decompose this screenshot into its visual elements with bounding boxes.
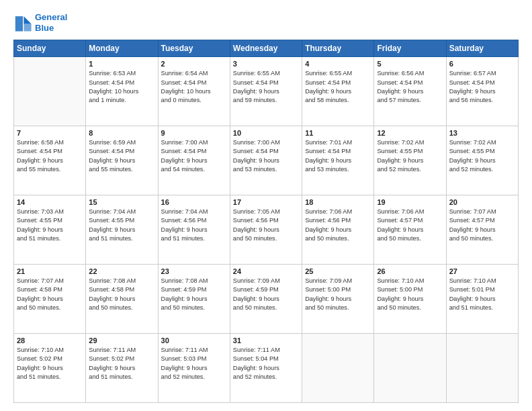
day-number: 5 (377, 60, 443, 68)
svg-marker-1 (24, 24, 31, 31)
day-info: Sunrise: 7:08 AM Sunset: 4:58 PM Dayligh… (89, 277, 154, 312)
day-info: Sunrise: 7:07 AM Sunset: 4:58 PM Dayligh… (17, 277, 83, 312)
calendar-cell: 17Sunrise: 7:05 AM Sunset: 4:56 PM Dayli… (230, 195, 302, 265)
calendar-cell: 27Sunrise: 7:10 AM Sunset: 5:01 PM Dayli… (446, 265, 518, 334)
day-info: Sunrise: 7:06 AM Sunset: 4:56 PM Dayligh… (305, 208, 371, 243)
day-number: 1 (89, 60, 154, 68)
header: General Blue (13, 12, 519, 33)
day-number: 25 (305, 267, 371, 275)
day-header-friday: Friday (374, 40, 446, 57)
day-number: 26 (377, 267, 443, 275)
day-number: 13 (449, 129, 515, 137)
day-info: Sunrise: 7:04 AM Sunset: 4:55 PM Dayligh… (89, 208, 154, 243)
calendar-cell: 26Sunrise: 7:10 AM Sunset: 5:00 PM Dayli… (374, 265, 446, 334)
day-number: 16 (161, 198, 227, 206)
calendar-cell: 13Sunrise: 7:02 AM Sunset: 4:55 PM Dayli… (446, 126, 518, 195)
calendar-header-row: SundayMondayTuesdayWednesdayThursdayFrid… (14, 40, 519, 57)
day-info: Sunrise: 7:03 AM Sunset: 4:55 PM Dayligh… (17, 208, 83, 243)
day-number: 28 (17, 336, 83, 345)
svg-marker-0 (24, 16, 31, 24)
svg-rect-2 (15, 16, 23, 31)
calendar-week-1: 1Sunrise: 6:53 AM Sunset: 4:54 PM Daylig… (14, 57, 519, 126)
day-number: 11 (305, 129, 371, 137)
day-info: Sunrise: 6:59 AM Sunset: 4:54 PM Dayligh… (89, 138, 154, 174)
calendar-cell: 30Sunrise: 7:11 AM Sunset: 5:03 PM Dayli… (158, 334, 230, 403)
day-info: Sunrise: 7:10 AM Sunset: 5:02 PM Dayligh… (17, 346, 83, 381)
logo-text: General Blue (35, 12, 67, 33)
day-info: Sunrise: 7:00 AM Sunset: 4:54 PM Dayligh… (233, 138, 299, 174)
day-info: Sunrise: 7:00 AM Sunset: 4:54 PM Dayligh… (161, 138, 227, 174)
calendar-cell (374, 334, 446, 403)
day-header-monday: Monday (86, 40, 158, 57)
day-number: 31 (233, 336, 299, 345)
calendar-cell: 3Sunrise: 6:55 AM Sunset: 4:54 PM Daylig… (230, 57, 302, 126)
day-info: Sunrise: 7:05 AM Sunset: 4:56 PM Dayligh… (233, 208, 299, 243)
day-header-sunday: Sunday (14, 40, 86, 57)
calendar-week-4: 21Sunrise: 7:07 AM Sunset: 4:58 PM Dayli… (14, 265, 519, 334)
calendar-week-3: 14Sunrise: 7:03 AM Sunset: 4:55 PM Dayli… (14, 195, 519, 265)
day-info: Sunrise: 6:56 AM Sunset: 4:54 PM Dayligh… (377, 69, 443, 105)
day-info: Sunrise: 6:57 AM Sunset: 4:54 PM Dayligh… (449, 69, 515, 105)
calendar-cell: 7Sunrise: 6:58 AM Sunset: 4:54 PM Daylig… (14, 126, 86, 195)
calendar-cell: 25Sunrise: 7:09 AM Sunset: 5:00 PM Dayli… (302, 265, 374, 334)
day-header-wednesday: Wednesday (230, 40, 302, 57)
day-number: 17 (233, 198, 299, 206)
day-info: Sunrise: 6:53 AM Sunset: 4:54 PM Dayligh… (89, 69, 154, 105)
day-number: 14 (17, 198, 83, 206)
calendar-cell: 21Sunrise: 7:07 AM Sunset: 4:58 PM Dayli… (14, 265, 86, 334)
day-number: 8 (89, 129, 154, 137)
day-info: Sunrise: 6:55 AM Sunset: 4:54 PM Dayligh… (233, 69, 299, 105)
day-info: Sunrise: 7:11 AM Sunset: 5:02 PM Dayligh… (89, 346, 154, 381)
day-info: Sunrise: 7:04 AM Sunset: 4:56 PM Dayligh… (161, 208, 227, 243)
day-info: Sunrise: 7:10 AM Sunset: 5:00 PM Dayligh… (377, 277, 443, 312)
day-number: 29 (89, 336, 154, 345)
calendar-cell: 28Sunrise: 7:10 AM Sunset: 5:02 PM Dayli… (14, 334, 86, 403)
day-number: 27 (449, 267, 515, 275)
calendar-cell: 16Sunrise: 7:04 AM Sunset: 4:56 PM Dayli… (158, 195, 230, 265)
day-number: 19 (377, 198, 443, 206)
logo-icon (13, 13, 32, 32)
day-number: 12 (377, 129, 443, 137)
day-info: Sunrise: 7:09 AM Sunset: 4:59 PM Dayligh… (233, 277, 299, 312)
day-number: 30 (161, 336, 227, 345)
calendar-cell: 29Sunrise: 7:11 AM Sunset: 5:02 PM Dayli… (86, 334, 158, 403)
calendar-cell: 5Sunrise: 6:56 AM Sunset: 4:54 PM Daylig… (374, 57, 446, 126)
calendar-cell: 1Sunrise: 6:53 AM Sunset: 4:54 PM Daylig… (86, 57, 158, 126)
calendar-table: SundayMondayTuesdayWednesdayThursdayFrid… (13, 40, 519, 403)
day-info: Sunrise: 7:08 AM Sunset: 4:59 PM Dayligh… (161, 277, 227, 312)
calendar-cell: 19Sunrise: 7:06 AM Sunset: 4:57 PM Dayli… (374, 195, 446, 265)
day-info: Sunrise: 6:54 AM Sunset: 4:54 PM Dayligh… (161, 69, 227, 105)
calendar-cell: 15Sunrise: 7:04 AM Sunset: 4:55 PM Dayli… (86, 195, 158, 265)
day-number: 23 (161, 267, 227, 275)
day-number: 24 (233, 267, 299, 275)
day-info: Sunrise: 7:02 AM Sunset: 4:55 PM Dayligh… (449, 138, 515, 174)
calendar-cell: 24Sunrise: 7:09 AM Sunset: 4:59 PM Dayli… (230, 265, 302, 334)
calendar-cell (14, 57, 86, 126)
calendar-cell: 20Sunrise: 7:07 AM Sunset: 4:57 PM Dayli… (446, 195, 518, 265)
day-number: 9 (161, 129, 227, 137)
calendar-week-2: 7Sunrise: 6:58 AM Sunset: 4:54 PM Daylig… (14, 126, 519, 195)
day-info: Sunrise: 7:02 AM Sunset: 4:55 PM Dayligh… (377, 138, 443, 174)
day-number: 20 (449, 198, 515, 206)
day-number: 6 (449, 60, 515, 68)
calendar-cell: 11Sunrise: 7:01 AM Sunset: 4:54 PM Dayli… (302, 126, 374, 195)
day-info: Sunrise: 7:11 AM Sunset: 5:04 PM Dayligh… (233, 346, 299, 381)
day-info: Sunrise: 7:01 AM Sunset: 4:54 PM Dayligh… (305, 138, 371, 174)
calendar-cell: 18Sunrise: 7:06 AM Sunset: 4:56 PM Dayli… (302, 195, 374, 265)
calendar-week-5: 28Sunrise: 7:10 AM Sunset: 5:02 PM Dayli… (14, 334, 519, 403)
calendar-cell (302, 334, 374, 403)
calendar-cell: 12Sunrise: 7:02 AM Sunset: 4:55 PM Dayli… (374, 126, 446, 195)
day-number: 21 (17, 267, 83, 275)
day-info: Sunrise: 7:10 AM Sunset: 5:01 PM Dayligh… (449, 277, 515, 312)
day-header-saturday: Saturday (446, 40, 518, 57)
calendar-cell (446, 334, 518, 403)
day-info: Sunrise: 7:09 AM Sunset: 5:00 PM Dayligh… (305, 277, 371, 312)
calendar-cell: 9Sunrise: 7:00 AM Sunset: 4:54 PM Daylig… (158, 126, 230, 195)
day-number: 22 (89, 267, 154, 275)
day-number: 7 (17, 129, 83, 137)
day-number: 2 (161, 60, 227, 68)
calendar-cell: 22Sunrise: 7:08 AM Sunset: 4:58 PM Dayli… (86, 265, 158, 334)
day-info: Sunrise: 7:07 AM Sunset: 4:57 PM Dayligh… (449, 208, 515, 243)
calendar-cell: 10Sunrise: 7:00 AM Sunset: 4:54 PM Dayli… (230, 126, 302, 195)
day-info: Sunrise: 7:06 AM Sunset: 4:57 PM Dayligh… (377, 208, 443, 243)
